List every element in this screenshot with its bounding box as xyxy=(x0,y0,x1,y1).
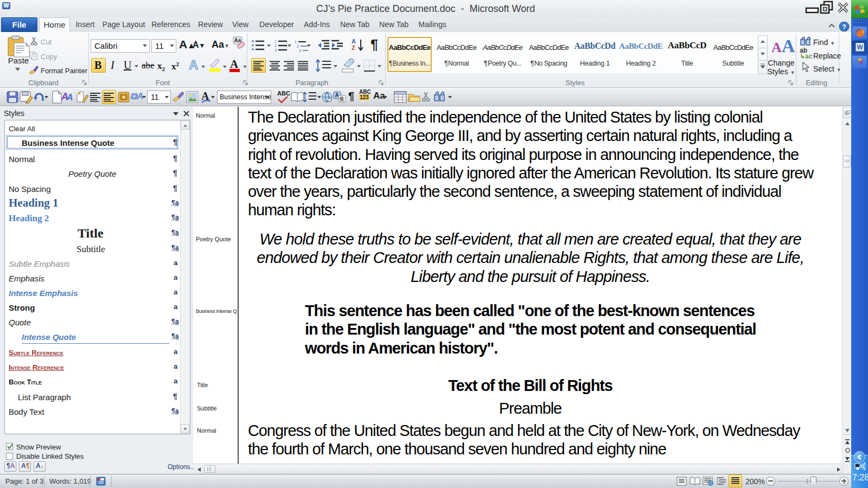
svg-text:生: 生 xyxy=(339,96,345,102)
svg-text:3: 3 xyxy=(275,48,277,52)
svg-text:1: 1 xyxy=(275,40,277,43)
svg-text:Aa: Aa xyxy=(234,37,241,43)
svg-text:1: 1 xyxy=(295,40,297,44)
svg-text:2: 2 xyxy=(297,44,299,48)
svg-text:3: 3 xyxy=(299,49,301,52)
svg-text:?: ? xyxy=(842,23,846,31)
svg-text:2: 2 xyxy=(275,44,277,48)
